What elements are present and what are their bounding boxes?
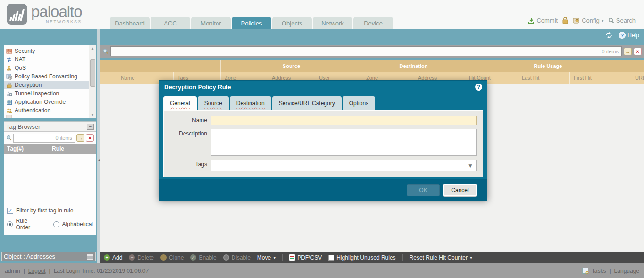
help-button[interactable]: ? Help [619,32,639,39]
tab-acc[interactable]: ACC [151,17,190,29]
move-menu[interactable]: Move ▾ [257,254,276,261]
tag-search-input[interactable]: 0 items [13,134,75,143]
pdf-csv-button[interactable]: PDF/CSV [289,254,322,261]
policy-type-list: Security NAT QoS QoS Policy Based Forwar… [4,45,96,118]
filter-first-tag-checkbox[interactable]: ✓ Filter by first tag in rule [7,207,93,214]
tunnel-inspection-icon [6,91,12,97]
bottom-toolbar: + Add − Delete Clone ✓ Enable Disable Mo… [100,252,644,263]
tab-policies[interactable]: Policies [232,17,271,29]
alphabetical-radio[interactable] [53,221,59,227]
description-label: Description [164,129,211,156]
sidebar-item-decryption[interactable]: Decryption [4,81,89,89]
highlight-unused-rules-toggle[interactable]: Highlight Unused Rules [328,254,395,261]
tab-monitor[interactable]: Monitor [191,17,231,29]
lock-icon[interactable] [562,17,569,24]
clear-filter-button[interactable]: × [86,134,94,142]
dialog-tab-general[interactable]: General [163,96,197,110]
reset-rule-hit-counter-menu[interactable]: Reset Rule Hit Counter ▾ [410,254,472,261]
tags-dropdown[interactable]: ▼ [211,160,477,171]
rule-filter-input[interactable]: 0 items [110,46,622,56]
sidebar-scrollbar[interactable]: ▲ ▼ [89,45,96,118]
authentication-icon [6,108,12,114]
rule-order-radio[interactable] [7,221,13,227]
sidebar-item-clipped[interactable] [4,115,89,118]
close-icon: × [636,49,639,54]
tag-column-header[interactable]: Tag(#) [4,144,49,154]
tab-device[interactable]: Device [353,17,393,29]
qos-icon: QoS [6,65,12,71]
scroll-down-icon[interactable]: ▼ [91,113,94,117]
minimize-icon[interactable]: − [87,124,94,130]
tab-objects[interactable]: Objects [272,17,312,29]
sidebar-splitter[interactable]: ◄ [97,29,100,263]
scroll-up-icon[interactable]: ▲ [91,46,94,51]
config-menu[interactable]: Config ▾ [573,17,604,24]
delete-button[interactable]: − Delete [129,254,154,261]
search-button[interactable]: Search [608,17,636,24]
dialog-tab-service-url-category[interactable]: Service/URL Category [272,96,342,110]
sidebar-item-tunnel-inspection[interactable]: Tunnel Inspection [4,89,89,98]
policy-based-forwarding-icon [6,74,12,80]
pdf-csv-icon [289,254,295,261]
column-header-first-hit[interactable]: First Hit [570,72,631,84]
close-icon: × [88,135,91,141]
add-button[interactable]: + Add [104,254,122,261]
config-icon [573,17,580,24]
ok-button[interactable]: OK [407,184,440,196]
column-header-last-hit[interactable]: Last Hit [518,72,570,84]
chevron-down-icon: ▾ [602,18,604,23]
search-icon [6,135,12,141]
tag-browser-panel: Tag Browser − 0 items → × Tag(#) Rule ✓ … [4,121,96,235]
name-field[interactable] [211,116,477,125]
logout-link[interactable]: Logout [28,268,46,274]
object-selector[interactable]: Object : Addresses [1,252,96,261]
clear-filter-button[interactable]: × [634,48,642,55]
chevron-down-icon: ▼ [468,162,473,169]
panel-expand-icon [87,254,93,260]
column-header-url[interactable]: URL [631,72,644,84]
sidebar-item-policy-based-forwarding[interactable]: Policy Based Forwarding [4,72,89,81]
description-field[interactable] [211,129,477,156]
items-count: 0 items [602,49,619,54]
disable-icon [223,254,229,261]
clipped-icon [6,115,12,118]
sidebar-item-application-override[interactable]: Application Override [4,98,89,106]
commit-button[interactable]: Commit [528,17,558,24]
clone-button[interactable]: Clone [160,254,184,261]
disable-button[interactable]: Disable [223,254,251,261]
name-label: Name [164,116,211,125]
enable-icon: ✓ [190,254,196,261]
cancel-button[interactable]: Cancel [443,184,477,196]
refresh-icon[interactable] [605,32,613,39]
enable-button[interactable]: ✓ Enable [190,254,216,261]
tag-browser-title: Tag Browser [6,123,40,130]
status-bar: admin | Logout | Last Login Time: 01/22/… [0,263,644,278]
apply-filter-button[interactable]: → [76,134,84,142]
language-link[interactable]: Language [614,268,639,274]
tags-label: Tags [164,160,211,171]
tab-network[interactable]: Network [313,17,352,29]
paloalto-logo: paloalto NETWORKS® [7,4,82,25]
sidebar-item-qos[interactable]: QoS QoS [4,64,89,72]
tasks-icon [582,268,588,274]
last-login-time: Last Login Time: 01/22/2019 01:06:07 [54,268,149,274]
tab-dashboard[interactable]: Dashboard [110,17,150,29]
sidebar-item-security[interactable]: Security [4,47,89,55]
dialog-help-icon[interactable]: ? [475,84,482,91]
dialog-tab-destination[interactable]: Destination [230,96,271,110]
arrow-right-icon: → [78,135,83,141]
brand-name: paloalto [31,3,82,20]
chevron-down-icon: ▾ [273,255,276,260]
chevron-down-icon: ▾ [470,255,472,260]
tag-list-body [4,154,96,204]
add-icon: + [104,254,110,261]
dialog-tab-options[interactable]: Options [343,96,375,110]
apply-filter-button[interactable]: → [624,48,632,55]
main-nav-tabs: Dashboard ACC Monitor Policies Objects N… [110,17,394,29]
tasks-link[interactable]: Tasks [592,268,606,274]
sidebar-item-authentication[interactable]: Authentication [4,106,89,115]
app-header: paloalto NETWORKS® Dashboard ACC Monitor… [0,0,644,29]
dialog-tab-source[interactable]: Source [198,96,229,110]
rule-column-header[interactable]: Rule [49,144,67,154]
sidebar-item-nat[interactable]: NAT [4,55,89,64]
